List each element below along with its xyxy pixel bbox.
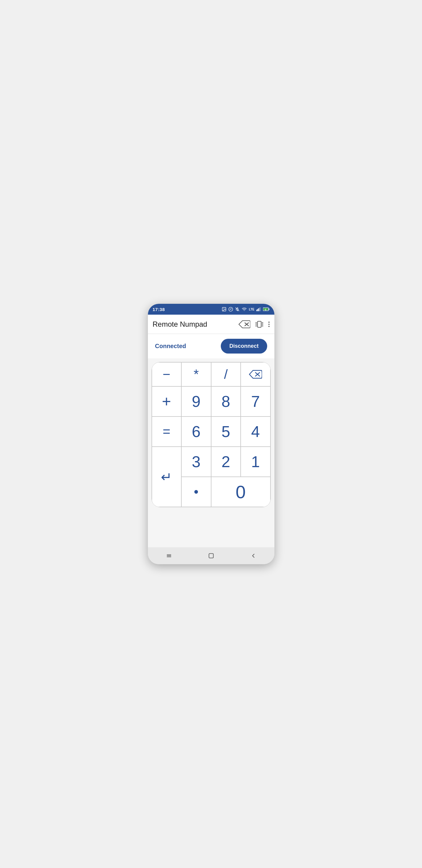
backspace-button[interactable] xyxy=(238,320,250,329)
more-dot-3 xyxy=(268,326,269,327)
key-9[interactable]: 9 xyxy=(181,386,211,416)
back-button[interactable] xyxy=(250,553,257,559)
svg-rect-14 xyxy=(258,321,261,327)
svg-rect-8 xyxy=(260,307,261,311)
svg-rect-5 xyxy=(257,309,258,311)
home-icon xyxy=(208,553,215,559)
svg-rect-6 xyxy=(258,308,259,311)
more-dot-1 xyxy=(268,321,269,323)
shazam-icon xyxy=(228,307,233,312)
signal-icon xyxy=(256,307,261,311)
key-enter[interactable]: ↵ xyxy=(152,447,182,507)
key-8[interactable]: 8 xyxy=(211,386,241,416)
key-dot[interactable]: • xyxy=(181,477,211,507)
battery-icon xyxy=(263,307,269,311)
mute-icon xyxy=(235,307,240,312)
svg-rect-4 xyxy=(256,310,257,311)
backspace-key-icon xyxy=(249,370,262,379)
more-dot-2 xyxy=(268,324,269,325)
key-backspace[interactable] xyxy=(241,362,270,386)
svg-rect-11 xyxy=(263,308,268,310)
key-plus[interactable]: + xyxy=(152,386,182,416)
key-1[interactable]: 1 xyxy=(241,447,270,477)
svg-rect-28 xyxy=(209,554,213,558)
vibrate-icon xyxy=(255,320,264,329)
nav-bar xyxy=(148,547,274,564)
more-options-button[interactable] xyxy=(268,321,269,327)
key-6[interactable]: 6 xyxy=(181,416,211,447)
lte-icon: LTE xyxy=(249,308,254,311)
key-equals[interactable]: = xyxy=(152,416,182,447)
key-7[interactable]: 7 xyxy=(241,386,270,416)
status-bar: 17:38 LTE xyxy=(148,304,274,315)
back-icon xyxy=(250,553,257,559)
svg-point-1 xyxy=(223,308,224,309)
backspace-icon xyxy=(238,320,250,329)
key-4[interactable]: 4 xyxy=(241,416,270,447)
key-minus[interactable]: − xyxy=(152,362,182,386)
key-3[interactable]: 3 xyxy=(181,447,211,477)
numpad: − * / + 9 8 7 = 6 5 4 ↵ xyxy=(152,362,271,507)
connection-row: Connected Disconnect xyxy=(148,334,274,358)
app-bar-actions xyxy=(238,320,269,329)
status-icons: LTE xyxy=(222,307,269,312)
app-bar: Remote Numpad xyxy=(148,315,274,334)
key-divide[interactable]: / xyxy=(211,362,241,386)
phone-container: 17:38 LTE xyxy=(148,304,274,564)
key-5[interactable]: 5 xyxy=(211,416,241,447)
app-title: Remote Numpad xyxy=(153,320,238,329)
wifi-icon xyxy=(241,307,247,312)
connection-status: Connected xyxy=(155,343,216,350)
status-time: 17:38 xyxy=(153,307,165,312)
disconnect-button[interactable]: Disconnect xyxy=(221,339,267,353)
home-button[interactable] xyxy=(208,553,215,559)
key-multiply[interactable]: * xyxy=(181,362,211,386)
svg-rect-10 xyxy=(268,308,269,310)
recent-apps-button[interactable] xyxy=(166,553,172,559)
numpad-wrapper: − * / + 9 8 7 = 6 5 4 ↵ xyxy=(148,358,274,547)
image-icon xyxy=(222,307,227,312)
svg-rect-7 xyxy=(259,307,260,311)
key-0[interactable]: 0 xyxy=(211,477,270,507)
vibrate-button[interactable] xyxy=(255,320,264,329)
recent-apps-icon xyxy=(166,553,172,559)
key-2[interactable]: 2 xyxy=(211,447,241,477)
